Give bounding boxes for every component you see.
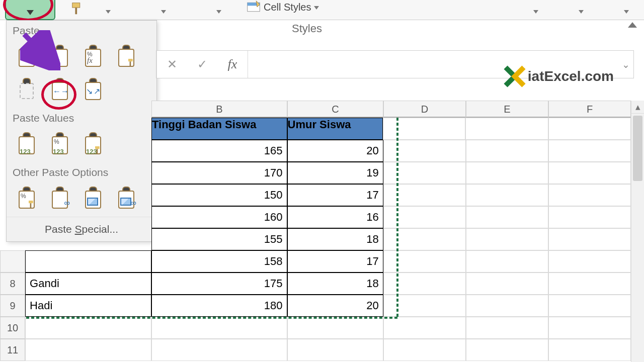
cell-styles-button[interactable]: Cell Styles bbox=[247, 0, 319, 14]
cell[interactable]: 158 bbox=[151, 250, 287, 273]
svg-rect-4 bbox=[128, 59, 133, 61]
column-header[interactable]: D bbox=[383, 101, 466, 118]
cell[interactable] bbox=[465, 118, 548, 140]
collapse-ribbon-button[interactable] bbox=[628, 22, 637, 28]
cell[interactable]: 155 bbox=[151, 228, 287, 250]
ribbon-dropdown-icon[interactable] bbox=[533, 10, 538, 14]
paste-option-no-borders[interactable] bbox=[13, 75, 41, 103]
cell[interactable]: 19 bbox=[287, 162, 383, 184]
cell[interactable]: Hadi bbox=[25, 295, 151, 317]
ribbon-dropdown-icon[interactable] bbox=[579, 10, 584, 14]
row-header[interactable]: 11 bbox=[0, 339, 25, 361]
cell[interactable] bbox=[383, 118, 465, 140]
cell[interactable]: 160 bbox=[151, 206, 287, 228]
chevron-down-icon bbox=[27, 10, 34, 15]
column-headers-row: B C D E F bbox=[0, 101, 631, 118]
cell-styles-icon bbox=[247, 0, 261, 14]
ribbon-group-label: Styles bbox=[292, 22, 322, 35]
cell[interactable]: 20 bbox=[287, 295, 383, 317]
column-header[interactable]: B bbox=[151, 101, 287, 118]
paste-option-formulas[interactable]: fx bbox=[46, 42, 74, 70]
paste-option-transpose[interactable]: ↘↗ bbox=[79, 75, 107, 103]
paste-option-formulas-number-format[interactable]: %fx bbox=[79, 42, 107, 70]
column-header[interactable]: F bbox=[548, 101, 631, 118]
svg-rect-5 bbox=[130, 61, 131, 66]
watermark-text: iatExcel.com bbox=[528, 68, 614, 84]
cell[interactable]: 18 bbox=[287, 273, 383, 295]
logo-icon bbox=[504, 65, 526, 87]
row-header[interactable]: 7 bbox=[0, 250, 25, 273]
cell-styles-label: Cell Styles bbox=[264, 2, 311, 13]
vertical-scrollbar[interactable]: ▴ bbox=[631, 101, 644, 362]
cell[interactable]: 165 bbox=[151, 140, 287, 162]
svg-rect-1 bbox=[75, 8, 77, 14]
expand-formula-bar-button[interactable]: ⌄ bbox=[618, 59, 633, 70]
cell[interactable]: 180 bbox=[151, 295, 287, 317]
ribbon-dropdown-icon[interactable] bbox=[216, 10, 221, 14]
watermark: iatExcel.com bbox=[504, 65, 614, 87]
scroll-up-button[interactable]: ▴ bbox=[631, 101, 644, 114]
cell[interactable]: 17 bbox=[287, 184, 383, 206]
paste-option-keep-source-formatting[interactable] bbox=[112, 42, 140, 70]
worksheet-grid[interactable]: B C D E F 1 Tinggi Badan Siswa Umur Sisw… bbox=[0, 101, 631, 362]
cell[interactable]: Gandi bbox=[25, 273, 151, 295]
cell[interactable]: Umur Siswa bbox=[287, 118, 383, 140]
column-header[interactable]: E bbox=[466, 101, 548, 118]
format-painter-button[interactable] bbox=[70, 1, 86, 16]
cell[interactable]: 18 bbox=[287, 228, 383, 250]
ribbon-dropdown-icon[interactable] bbox=[161, 10, 166, 14]
cell[interactable] bbox=[548, 118, 631, 140]
insert-function-button[interactable]: fx bbox=[217, 57, 248, 72]
cell[interactable]: 20 bbox=[287, 140, 383, 162]
ribbon-dropdown-icon[interactable] bbox=[106, 10, 111, 14]
cell[interactable]: 17 bbox=[287, 250, 383, 273]
cell[interactable] bbox=[25, 250, 151, 273]
paste-option-paste[interactable] bbox=[13, 42, 41, 70]
cell[interactable]: 170 bbox=[151, 162, 287, 184]
paste-section-header: Paste bbox=[7, 21, 156, 40]
cell[interactable]: 175 bbox=[151, 273, 287, 295]
cell[interactable]: 16 bbox=[287, 206, 383, 228]
column-header[interactable]: C bbox=[287, 101, 383, 118]
paste-split-button[interactable] bbox=[5, 0, 55, 20]
cell[interactable]: Tinggi Badan Siswa bbox=[151, 118, 287, 140]
enter-button[interactable]: ✓ bbox=[187, 57, 217, 71]
ribbon-dropdown-icon[interactable] bbox=[624, 10, 629, 14]
dropdown-icon bbox=[314, 6, 319, 10]
row-header[interactable]: 9 bbox=[0, 295, 25, 317]
svg-rect-0 bbox=[72, 3, 80, 8]
cell[interactable]: 150 bbox=[151, 184, 287, 206]
row-header[interactable]: 8 bbox=[0, 273, 25, 295]
cancel-button[interactable]: ✕ bbox=[157, 57, 187, 71]
row-header[interactable]: 10 bbox=[0, 317, 25, 339]
scrollbar-thumb[interactable] bbox=[633, 116, 642, 181]
ribbon-bar: Cell Styles bbox=[0, 0, 644, 20]
paste-option-keep-column-widths[interactable]: ←→ bbox=[46, 75, 74, 103]
